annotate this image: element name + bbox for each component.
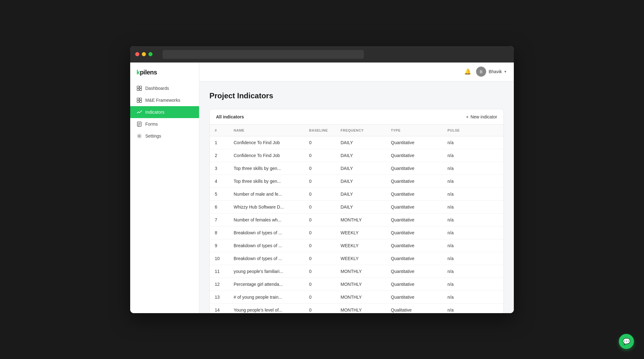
row-type: Quantitative <box>386 239 442 252</box>
svg-rect-1 <box>140 86 142 88</box>
row-name: Breakdown of types of ... <box>229 226 304 239</box>
titlebar <box>130 46 514 63</box>
row-type: Quantitative <box>386 175 442 188</box>
row-actions <box>480 265 503 278</box>
table-row[interactable]: 5Number of male and fe...0DAILYQuantitat… <box>210 188 503 200</box>
row-name: young people's familiari... <box>229 265 304 278</box>
table-row[interactable]: 10Breakdown of types of ...0WEEKLYQuanti… <box>210 252 503 265</box>
page-title: Project Indicators <box>209 91 504 100</box>
row-name: Top three skills by gen... <box>229 175 304 188</box>
row-frequency: DAILY <box>336 136 386 149</box>
table-body: 1Confidence To Find Job0DAILYQuantitativ… <box>210 136 503 313</box>
row-frequency: MONTHLY <box>336 265 386 278</box>
row-type: Quantitative <box>386 265 442 278</box>
indicators-table-card: All indicators + New indicator # NAME BA… <box>209 109 504 313</box>
col-header-frequency: FREQUENCY <box>336 125 386 136</box>
row-num: 8 <box>210 226 229 239</box>
row-num: 6 <box>210 200 229 213</box>
avatar: B <box>476 67 486 77</box>
page-area: Project Indicators All indicators + New … <box>199 81 514 313</box>
sidebar: kpilens Dashboards M& <box>130 63 199 313</box>
user-menu[interactable]: B Bhavik ▾ <box>476 67 506 77</box>
table-row[interactable]: 7Number of females wh...0MONTHLYQuantita… <box>210 213 503 226</box>
url-bar[interactable] <box>163 50 364 59</box>
row-name: Breakdown of types of ... <box>229 252 304 265</box>
traffic-light-yellow[interactable] <box>142 52 146 56</box>
row-frequency: DAILY <box>336 188 386 200</box>
indicators-table: # NAME BASELINE FREQUENCY TYPE PULSE 1Co… <box>210 125 503 313</box>
svg-rect-3 <box>140 88 142 90</box>
row-pulse: n/a <box>442 213 480 226</box>
row-pulse: n/a <box>442 175 480 188</box>
table-row[interactable]: 2Confidence To Find Job0DAILYQuantitativ… <box>210 149 503 162</box>
row-type: Quantitative <box>386 213 442 226</box>
row-frequency: MONTHLY <box>336 213 386 226</box>
row-num: 12 <box>210 278 229 291</box>
sidebar-item-settings[interactable]: Settings <box>130 130 199 142</box>
table-row[interactable]: 3Top three skills by gen...0DAILYQuantit… <box>210 162 503 175</box>
row-name: Young people's level of... <box>229 303 304 313</box>
table-row[interactable]: 6Whizzy Hub Software D...0DAILYQuantitat… <box>210 200 503 213</box>
col-header-name: NAME <box>229 125 304 136</box>
row-baseline: 0 <box>304 149 336 162</box>
sidebar-item-indicators-label: Indicators <box>145 110 164 115</box>
table-row[interactable]: 12Percentage girl attenda...0MONTHLYQuan… <box>210 278 503 291</box>
row-pulse: n/a <box>442 162 480 175</box>
notification-bell-icon[interactable]: 🔔 <box>464 68 471 75</box>
table-row[interactable]: 1Confidence To Find Job0DAILYQuantitativ… <box>210 136 503 149</box>
table-row[interactable]: 8Breakdown of types of ...0WEEKLYQuantit… <box>210 226 503 239</box>
col-header-type: TYPE <box>386 125 442 136</box>
col-header-pulse: PULSE <box>442 125 480 136</box>
indicators-icon <box>136 109 142 115</box>
new-indicator-button[interactable]: + New indicator <box>466 114 497 119</box>
sidebar-item-mne-frameworks[interactable]: M&E Frameworks <box>130 94 199 106</box>
row-name: Percentage girl attenda... <box>229 278 304 291</box>
row-actions <box>480 136 503 149</box>
row-type: Quantitative <box>386 278 442 291</box>
row-baseline: 0 <box>304 188 336 200</box>
table-row[interactable]: 14Young people's level of...0MONTHLYQual… <box>210 303 503 313</box>
sidebar-item-indicators[interactable]: Indicators <box>130 106 199 118</box>
sidebar-item-forms[interactable]: Forms <box>130 118 199 130</box>
row-actions <box>480 188 503 200</box>
topbar-actions: 🔔 B Bhavik ▾ <box>464 67 506 77</box>
row-frequency: DAILY <box>336 162 386 175</box>
row-pulse: n/a <box>442 278 480 291</box>
sidebar-item-forms-label: Forms <box>145 122 158 127</box>
plus-icon: + <box>466 114 469 119</box>
row-frequency: DAILY <box>336 149 386 162</box>
row-name: Number of male and fe... <box>229 188 304 200</box>
row-frequency: DAILY <box>336 175 386 188</box>
row-actions <box>480 226 503 239</box>
svg-rect-6 <box>137 100 139 102</box>
svg-rect-2 <box>137 88 139 90</box>
row-type: Quantitative <box>386 136 442 149</box>
table-row[interactable]: 4Top three skills by gen...0DAILYQuantit… <box>210 175 503 188</box>
row-actions <box>480 252 503 265</box>
row-num: 11 <box>210 265 229 278</box>
logo-area: kpilens <box>130 63 199 82</box>
row-num: 13 <box>210 291 229 303</box>
username: Bhavik <box>489 69 502 74</box>
chat-fab[interactable]: 💬 <box>619 334 634 349</box>
table-row[interactable]: 9Breakdown of types of ...0WEEKLYQuantit… <box>210 239 503 252</box>
row-num: 14 <box>210 303 229 313</box>
traffic-light-red[interactable] <box>135 52 139 56</box>
app-window: kpilens Dashboards M& <box>130 46 514 313</box>
row-frequency: WEEKLY <box>336 226 386 239</box>
table-head: # NAME BASELINE FREQUENCY TYPE PULSE <box>210 125 503 136</box>
table-row[interactable]: 11young people's familiari...0MONTHLYQua… <box>210 265 503 278</box>
row-num: 10 <box>210 252 229 265</box>
row-actions <box>480 303 503 313</box>
traffic-light-green[interactable] <box>148 52 153 56</box>
table-row[interactable]: 13# of young people train...0MONTHLYQuan… <box>210 291 503 303</box>
row-frequency: MONTHLY <box>336 303 386 313</box>
row-num: 1 <box>210 136 229 149</box>
row-pulse: n/a <box>442 239 480 252</box>
sidebar-item-dashboards-label: Dashboards <box>145 86 169 91</box>
sidebar-item-dashboards[interactable]: Dashboards <box>130 82 199 94</box>
row-actions <box>480 175 503 188</box>
row-pulse: n/a <box>442 291 480 303</box>
row-actions <box>480 200 503 213</box>
row-actions <box>480 162 503 175</box>
